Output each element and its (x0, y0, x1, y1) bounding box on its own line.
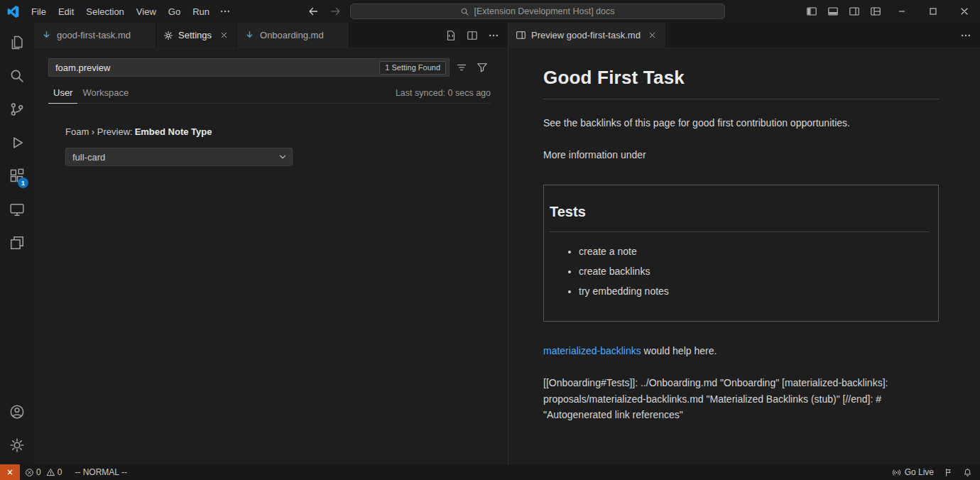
status-bar: 0 0 -- NORMAL -- Go Live (0, 464, 980, 480)
menu-view[interactable]: View (131, 4, 162, 19)
remote-indicator[interactable] (0, 464, 20, 480)
preview-heading: Good First Task (543, 64, 939, 99)
titlebar-menu: File Edit Selection View Go Run (0, 4, 234, 19)
run-debug-icon[interactable] (0, 126, 34, 159)
preview-paragraph: See the backlinks of this page for good … (543, 116, 939, 131)
embedded-note-card: Tests create a note create backlinks try… (543, 185, 939, 322)
tab-good-first-task[interactable]: good-first-task.md (34, 23, 156, 48)
main-area: 1 good-first-task.md (0, 23, 980, 464)
link-paragraph: materialized-backlinks would help here. (543, 344, 939, 359)
tab-onboarding[interactable]: Onboarding.md (237, 23, 349, 48)
left-tab-bar: good-first-task.md Settings (34, 23, 508, 48)
select-value: full-card (72, 152, 105, 163)
menu-go[interactable]: Go (163, 4, 186, 19)
last-synced-label: Last synced: 0 secs ago (396, 88, 491, 103)
error-icon (25, 468, 34, 477)
settings-tab-icon (163, 31, 173, 40)
editor-actions (441, 23, 508, 48)
customize-layout-icon[interactable] (865, 0, 886, 23)
windows-view-icon[interactable] (0, 226, 34, 259)
toggle-panel-icon[interactable] (822, 0, 844, 23)
search-view-icon[interactable] (0, 59, 34, 92)
filter-list-icon[interactable] (452, 59, 470, 77)
embed-list: create a note create backlinks try embed… (550, 244, 930, 299)
more-actions-icon[interactable] (956, 26, 976, 45)
status-bar-right: Go Live (887, 464, 980, 480)
vim-mode-label: -- NORMAL -- (75, 467, 127, 477)
warning-icon (46, 468, 55, 477)
chevron-down-icon (278, 152, 288, 162)
settings-gear-icon[interactable] (0, 428, 34, 462)
search-icon (460, 7, 469, 16)
settings-search-row: 1 Setting Found (48, 58, 491, 77)
explorer-icon[interactable] (0, 26, 34, 59)
problems-status[interactable]: 0 0 (20, 464, 70, 480)
settings-search-box: 1 Setting Found (48, 58, 450, 77)
settings-search-input[interactable] (55, 62, 375, 73)
split-editor-icon[interactable] (462, 26, 482, 45)
embed-note-type-select[interactable]: full-card (65, 148, 293, 166)
titlebar: File Edit Selection View Go Run [Extensi… (0, 0, 980, 23)
settings-scope-tabs: User Workspace Last synced: 0 secs ago (48, 84, 491, 104)
minimize-icon[interactable] (886, 0, 918, 23)
list-item: try embedding notes (579, 284, 930, 299)
scope-user-tab[interactable]: User (48, 84, 77, 104)
editor-group-left: good-first-task.md Settings (34, 23, 508, 464)
toggle-secondary-sidebar-icon[interactable] (844, 0, 865, 23)
filter-funnel-icon[interactable] (473, 59, 491, 77)
error-count: 0 (36, 467, 41, 477)
setting-name: Embed Note Type (135, 126, 212, 137)
setting-item-embed-note-type: Foam › Preview:Embed Note Type full-card (65, 126, 491, 166)
flag-status-icon[interactable] (939, 464, 958, 480)
menu-selection[interactable]: Selection (80, 4, 129, 19)
setting-category: Foam › Preview: (65, 126, 133, 137)
setting-label: Foam › Preview:Embed Note Type (65, 126, 491, 137)
extensions-badge: 1 (18, 178, 28, 188)
go-live-label: Go Live (905, 467, 934, 477)
accounts-icon[interactable] (0, 395, 34, 428)
close-icon[interactable] (646, 28, 660, 43)
back-arrow-icon[interactable] (305, 3, 322, 20)
tab-label: Onboarding.md (260, 30, 324, 40)
open-settings-json-icon[interactable] (441, 26, 461, 45)
titlebar-center: [Extension Development Host] docs (234, 3, 795, 20)
menu-file[interactable]: File (26, 4, 52, 19)
vim-mode-status[interactable]: -- NORMAL -- (70, 464, 132, 480)
notifications-bell-icon[interactable] (958, 464, 977, 480)
link-suffix: would help here. (641, 345, 717, 356)
broadcast-icon (892, 468, 901, 477)
menu-edit[interactable]: Edit (53, 4, 80, 19)
close-icon[interactable] (217, 28, 231, 43)
editor-actions (956, 23, 980, 48)
vscode-logo-icon (7, 6, 19, 18)
tab-label: Settings (178, 30, 212, 40)
editor-group-right: Preview good-first-task.md Good First Ta… (508, 23, 980, 464)
vscode-window: File Edit Selection View Go Run [Extensi… (0, 0, 980, 480)
settings-results-badge: 1 Setting Found (379, 61, 446, 75)
menu-more-icon[interactable] (216, 4, 234, 19)
tab-label: good-first-task.md (57, 30, 131, 40)
tab-settings[interactable]: Settings (156, 23, 237, 48)
remote-explorer-icon[interactable] (0, 192, 34, 226)
materialized-backlinks-link[interactable]: materialized-backlinks (543, 345, 641, 356)
link-references: [[Onboarding#Tests]]: ../Onboarding.md "… (543, 375, 939, 423)
markdown-preview: Good First Task See the backlinks of thi… (508, 48, 980, 464)
toggle-sidebar-icon[interactable] (801, 0, 822, 23)
forward-arrow-icon[interactable] (327, 3, 344, 20)
preview-paragraph: More information under (543, 148, 939, 163)
tab-preview-good-first-task[interactable]: Preview good-first-task.md (508, 23, 666, 48)
open-preview-icon (516, 30, 526, 40)
warning-count: 0 (58, 467, 62, 477)
right-tab-bar: Preview good-first-task.md (508, 23, 980, 48)
command-center-search[interactable]: [Extension Development Host] docs (350, 4, 725, 19)
command-center-label: [Extension Development Host] docs (474, 6, 614, 16)
embed-heading: Tests (550, 201, 930, 232)
go-live-button[interactable]: Go Live (887, 464, 939, 480)
maximize-icon[interactable] (918, 0, 949, 23)
more-actions-icon[interactable] (484, 26, 503, 45)
extensions-icon[interactable]: 1 (0, 159, 34, 192)
close-window-icon[interactable] (949, 0, 980, 23)
source-control-icon[interactable] (0, 92, 34, 126)
scope-workspace-tab[interactable]: Workspace (77, 84, 134, 103)
menu-run[interactable]: Run (187, 4, 215, 19)
